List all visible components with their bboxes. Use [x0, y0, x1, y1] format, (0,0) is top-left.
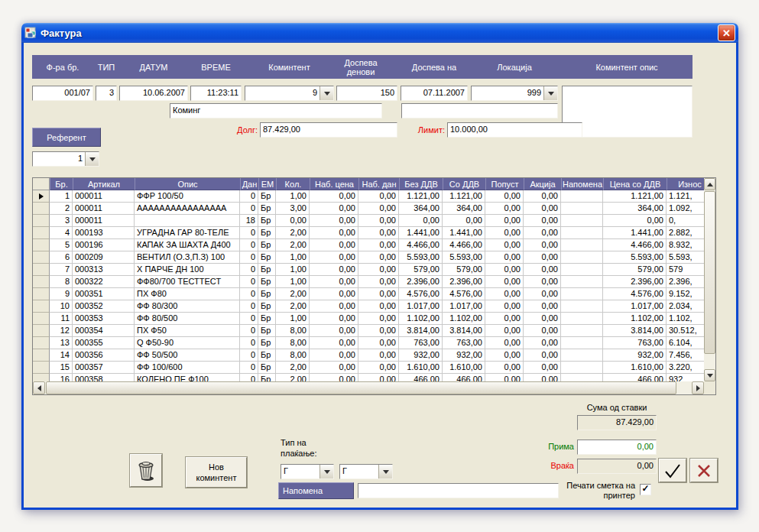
grid-cell[interactable]: 18	[240, 215, 258, 227]
grid-cell[interactable]: 15	[50, 362, 73, 374]
grid-cell[interactable]: 1.017,00	[443, 300, 485, 313]
dolg-field[interactable]: 87.429,00	[260, 122, 397, 138]
grid-cell[interactable]	[561, 264, 603, 276]
grid-column-header[interactable]: Опис	[135, 178, 240, 190]
vertical-scroll-thumb[interactable]	[704, 191, 715, 354]
grid-cell[interactable]: 2,00	[276, 300, 310, 313]
grid-cell[interactable]: 0,00	[358, 251, 399, 264]
grid-cell[interactable]: ФФ 100/600	[135, 362, 240, 374]
scroll-left-icon[interactable]	[33, 381, 45, 394]
grid-cell[interactable]	[135, 215, 240, 227]
grid-cell[interactable]: 0,00	[524, 203, 561, 215]
napomena-field[interactable]	[358, 483, 559, 498]
grid-cell[interactable]: 0,00	[485, 251, 524, 264]
grid-cell[interactable]: 364,00	[443, 203, 485, 215]
grid-cell[interactable]: 1.441,00	[399, 227, 443, 239]
invoice-type-field[interactable]: 3	[96, 86, 117, 101]
grid-cell[interactable]: 3.814,00	[603, 325, 667, 337]
grid-cell[interactable]: 9.152,	[667, 288, 704, 300]
row-selector[interactable]	[33, 374, 50, 381]
row-selector[interactable]	[33, 337, 50, 349]
grid-cell[interactable]: 0,00	[485, 239, 524, 251]
grid-cell[interactable]: Бр	[258, 239, 276, 251]
grid-cell[interactable]: 1,00	[276, 276, 310, 288]
grid-cell[interactable]: 0,00	[485, 300, 524, 313]
grid-horizontal-scrollbar[interactable]	[33, 381, 704, 394]
row-selector[interactable]	[33, 288, 50, 300]
grid-cell[interactable]: 0,00	[485, 215, 524, 227]
grid-cell[interactable]: 0,00	[310, 313, 358, 325]
grid-cell[interactable]: 0	[240, 300, 258, 313]
row-selector[interactable]	[33, 190, 50, 203]
referent-combo[interactable]: 1	[32, 151, 99, 167]
grid-cell[interactable]: 3.814,00	[399, 325, 443, 337]
grid-cell[interactable]: 000352	[73, 300, 135, 313]
grid-cell[interactable]: 0,00	[485, 313, 524, 325]
grid-vertical-scrollbar[interactable]	[704, 178, 715, 381]
grid-cell[interactable]: 4.466,00	[443, 239, 485, 251]
grid-cell[interactable]: 000322	[73, 276, 135, 288]
row-selector[interactable]	[33, 325, 50, 337]
row-selector[interactable]	[33, 276, 50, 288]
grid-cell[interactable]: 1.102,	[667, 313, 704, 325]
grid-cell[interactable]: УГРАДНА ГАР 80-ТЕЛЕ	[135, 227, 240, 239]
grid-cell[interactable]: 466,00	[443, 374, 485, 381]
grid-cell[interactable]: 0,00	[358, 337, 399, 349]
grid-cell[interactable]: 7.456,	[667, 349, 704, 362]
grid-cell[interactable]: 5.593,00	[399, 251, 443, 264]
grid-cell[interactable]: 932	[667, 374, 704, 381]
grid-cell[interactable]: 0,00	[485, 203, 524, 215]
grid-cell[interactable]: 932,00	[399, 349, 443, 362]
grid-cell[interactable]: 2,00	[276, 374, 310, 381]
grid-cell[interactable]: 0,00	[358, 276, 399, 288]
cancel-button[interactable]	[690, 459, 718, 482]
grid-cell[interactable]: 1.610,00	[443, 362, 485, 374]
grid-cell[interactable]: 579,00	[603, 264, 667, 276]
grid-cell[interactable]: ФФР 100/50	[135, 190, 240, 203]
grid-cell[interactable]	[561, 337, 603, 349]
grid-cell[interactable]: 2	[50, 203, 73, 215]
grid-cell[interactable]	[561, 239, 603, 251]
prima-field[interactable]: 0,00	[577, 440, 657, 455]
grid-cell[interactable]: 1.441,00	[443, 227, 485, 239]
grid-cell[interactable]: 0,00	[443, 215, 485, 227]
grid-cell[interactable]: 763,00	[399, 337, 443, 349]
grid-column-header[interactable]: Без ДДВ	[399, 178, 443, 190]
grid-column-header[interactable]: Напомена	[561, 178, 603, 190]
grid-cell[interactable]: 000313	[73, 264, 135, 276]
grid-cell[interactable]	[561, 362, 603, 374]
grid-column-header[interactable]: Бр.	[50, 178, 73, 190]
grid-cell[interactable]: Бр	[258, 349, 276, 362]
grid-cell[interactable]: 0,00	[310, 215, 358, 227]
grid-cell[interactable]: 0,00	[358, 190, 399, 203]
grid-cell[interactable]: 763,00	[443, 337, 485, 349]
grid-cell[interactable]: 0,00	[310, 288, 358, 300]
grid-cell[interactable]: Бр	[258, 288, 276, 300]
grid-cell[interactable]: Бр	[258, 227, 276, 239]
grid-cell[interactable]: 4	[50, 227, 73, 239]
grid-cell[interactable]: 0,00	[485, 264, 524, 276]
grid-cell[interactable]: 8,00	[276, 325, 310, 337]
grid-cell[interactable]: 0,00	[399, 215, 443, 227]
grid-cell[interactable]: 0,00	[524, 374, 561, 381]
grid-cell[interactable]: 12	[50, 325, 73, 337]
grid-cell[interactable]: 2,00	[276, 239, 310, 251]
grid-cell[interactable]: 579,00	[443, 264, 485, 276]
grid-cell[interactable]: ВЕНТИЛ (О.З,П.З) 100	[135, 251, 240, 264]
grid-cell[interactable]: 0,00	[310, 264, 358, 276]
grid-cell[interactable]: 0,00	[310, 337, 358, 349]
grid-cell[interactable]: 0,00	[310, 374, 358, 381]
grid-cell[interactable]: Бр	[258, 300, 276, 313]
grid-cell[interactable]: 1.610,00	[603, 362, 667, 374]
grid-cell[interactable]: 000209	[73, 251, 135, 264]
dropdown-arrow-icon[interactable]	[543, 86, 557, 100]
grid-column-header[interactable]: Кол.	[276, 178, 310, 190]
grid-cell[interactable]: 1.017,00	[399, 300, 443, 313]
grid-cell[interactable]: Бр	[258, 325, 276, 337]
grid-cell[interactable]	[561, 227, 603, 239]
grid-cell[interactable]: 0,00	[358, 203, 399, 215]
grid-cell[interactable]: ПХ Ф50	[135, 325, 240, 337]
grid-cell[interactable]: 0	[240, 362, 258, 374]
grid-cell[interactable]: 8,00	[276, 337, 310, 349]
scroll-right-icon[interactable]	[692, 381, 704, 394]
